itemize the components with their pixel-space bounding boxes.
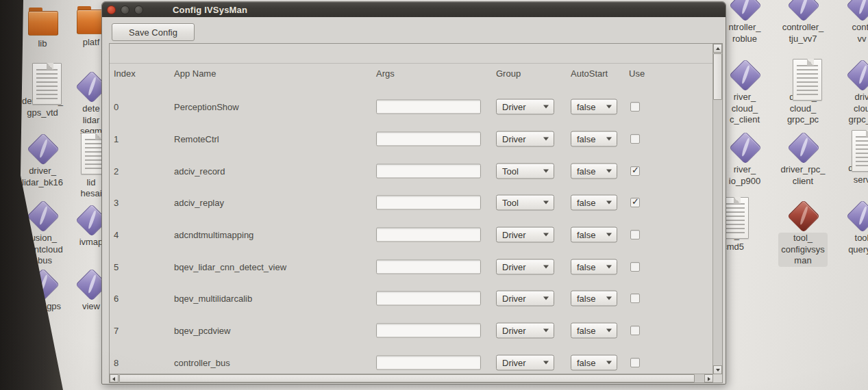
- chevron-down-icon: [606, 105, 612, 109]
- table-row: 5 bqev_lidar_cnn_detect_view Driver fals…: [110, 250, 713, 283]
- arrow-up-icon: [716, 47, 720, 50]
- diamond-icon: [845, 59, 868, 90]
- minimize-icon[interactable]: [121, 5, 129, 14]
- folder-icon: [26, 5, 59, 37]
- group-dropdown[interactable]: Driver: [496, 131, 554, 147]
- desktop-icon-contr-vv[interactable]: contr vv: [831, 0, 868, 44]
- autostart-dropdown[interactable]: false: [571, 259, 617, 274]
- autostart-dropdown[interactable]: false: [571, 291, 617, 307]
- args-input[interactable]: [376, 228, 481, 242]
- autostart-dropdown[interactable]: false: [571, 354, 617, 370]
- use-checkbox[interactable]: [630, 358, 640, 367]
- desktop-icon-driver-cloud-grpc-pc[interactable]: driver_ cloud_ grpc_pc: [772, 59, 834, 126]
- args-input[interactable]: [376, 164, 481, 178]
- scroll-down-button[interactable]: [713, 365, 722, 374]
- autostart-dropdown[interactable]: false: [571, 195, 617, 211]
- desktop-icon-driver-rpc-client[interactable]: driver_rpc_ client: [772, 131, 834, 187]
- args-input[interactable]: [376, 355, 481, 369]
- table-row: 7 bqev_pcdview Driver false: [110, 315, 713, 347]
- arrow-down-icon: [716, 369, 720, 372]
- close-icon[interactable]: [107, 5, 116, 14]
- diamond-icon: [26, 200, 59, 231]
- header-group: Group: [496, 68, 521, 79]
- desktop-icon-label: tool_ configivsys man: [778, 233, 828, 267]
- desktop-icon-label: driver_rpc_ client: [780, 164, 825, 187]
- diamond-icon: [845, 200, 868, 231]
- group-value: Driver: [502, 294, 526, 304]
- autostart-value: false: [577, 198, 595, 208]
- use-checkbox[interactable]: [630, 326, 640, 335]
- diamond-icon: [26, 133, 59, 164]
- save-config-button[interactable]: Save Config: [112, 23, 195, 41]
- chevron-down-icon: [543, 297, 549, 300]
- use-checkbox[interactable]: [630, 166, 640, 176]
- row-index: 7: [114, 326, 119, 336]
- group-dropdown[interactable]: Driver: [496, 259, 554, 274]
- document-icon: [786, 59, 819, 90]
- args-input[interactable]: [376, 196, 481, 210]
- desktop-icon-label: ivmap: [79, 237, 103, 248]
- group-value: Driver: [502, 134, 526, 144]
- diamond-icon: [786, 0, 819, 21]
- row-index: 8: [114, 357, 119, 367]
- chevron-down-icon: [543, 201, 549, 205]
- group-value: Driver: [502, 261, 526, 272]
- config-window: Config IVSysMan Save Config Index App Na…: [101, 1, 726, 385]
- use-checkbox[interactable]: [630, 198, 640, 207]
- document-icon: [26, 63, 59, 94]
- diamond-icon: [845, 0, 868, 21]
- autostart-value: false: [577, 166, 595, 176]
- autostart-dropdown[interactable]: false: [571, 99, 617, 115]
- desktop-icon-controller-tju-vv7[interactable]: controller_ tju_vv7: [772, 0, 834, 44]
- use-checkbox[interactable]: [630, 294, 640, 303]
- scroll-right-button[interactable]: [704, 374, 713, 382]
- autostart-dropdown[interactable]: false: [571, 227, 617, 243]
- use-checkbox[interactable]: [630, 102, 640, 112]
- desktop-icon-label: river_ cloud_ c_client: [730, 92, 760, 126]
- args-input[interactable]: [376, 100, 481, 114]
- desktop-icon-tool-configivsysman[interactable]: tool_ configivsys man: [772, 200, 834, 267]
- desktop-icon-tool-queryn[interactable]: tool queryn: [831, 200, 868, 255]
- group-dropdown[interactable]: Tool: [496, 195, 554, 211]
- autostart-dropdown[interactable]: false: [571, 131, 617, 147]
- vertical-scroll-thumb[interactable]: [713, 53, 722, 100]
- group-dropdown[interactable]: Tool: [496, 163, 554, 179]
- group-dropdown[interactable]: Driver: [496, 323, 554, 339]
- group-dropdown[interactable]: Driver: [496, 99, 554, 115]
- args-input[interactable]: [376, 259, 481, 274]
- chevron-down-icon: [543, 265, 549, 268]
- scroll-left-button[interactable]: [110, 374, 119, 382]
- vertical-scrollbar[interactable]: [712, 44, 722, 374]
- use-checkbox[interactable]: [630, 230, 640, 239]
- table-row: 6 bqev_multilidarcalib Driver false: [110, 283, 713, 315]
- chevron-down-icon: [606, 361, 612, 364]
- group-dropdown[interactable]: Driver: [496, 354, 554, 370]
- group-dropdown[interactable]: Driver: [496, 291, 554, 307]
- row-app-name: bqev_lidar_cnn_detect_view: [174, 261, 286, 272]
- maximize-icon[interactable]: [134, 5, 143, 14]
- diamond-icon: [728, 131, 761, 163]
- use-checkbox[interactable]: [630, 134, 640, 144]
- window-titlebar[interactable]: Config IVSysMan: [102, 2, 726, 17]
- row-index: 6: [114, 294, 119, 304]
- use-checkbox[interactable]: [630, 262, 640, 272]
- chevron-down-icon: [606, 265, 612, 268]
- group-value: Driver: [502, 102, 526, 112]
- scroll-up-button[interactable]: [713, 44, 722, 53]
- horizontal-scroll-thumb[interactable]: [119, 374, 695, 382]
- autostart-dropdown[interactable]: false: [571, 163, 617, 179]
- args-input[interactable]: [376, 132, 481, 146]
- group-dropdown[interactable]: Driver: [496, 227, 554, 243]
- desktop-icon-driv-clou-grpc-s[interactable]: driv clou grpc_s: [831, 59, 868, 126]
- desktop-icon-driver-serv[interactable]: driver_ serv: [831, 130, 868, 185]
- chevron-down-icon: [543, 169, 549, 172]
- horizontal-scrollbar[interactable]: [110, 374, 713, 382]
- table-row: 8 controller_bus Driver false: [110, 347, 713, 375]
- args-input[interactable]: [376, 324, 481, 338]
- args-input[interactable]: [376, 291, 481, 306]
- group-value: Tool: [502, 198, 519, 208]
- row-index: 2: [114, 166, 119, 176]
- autostart-dropdown[interactable]: false: [571, 323, 617, 339]
- chevron-down-icon: [543, 233, 549, 237]
- window-title: Config IVSysMan: [173, 5, 247, 15]
